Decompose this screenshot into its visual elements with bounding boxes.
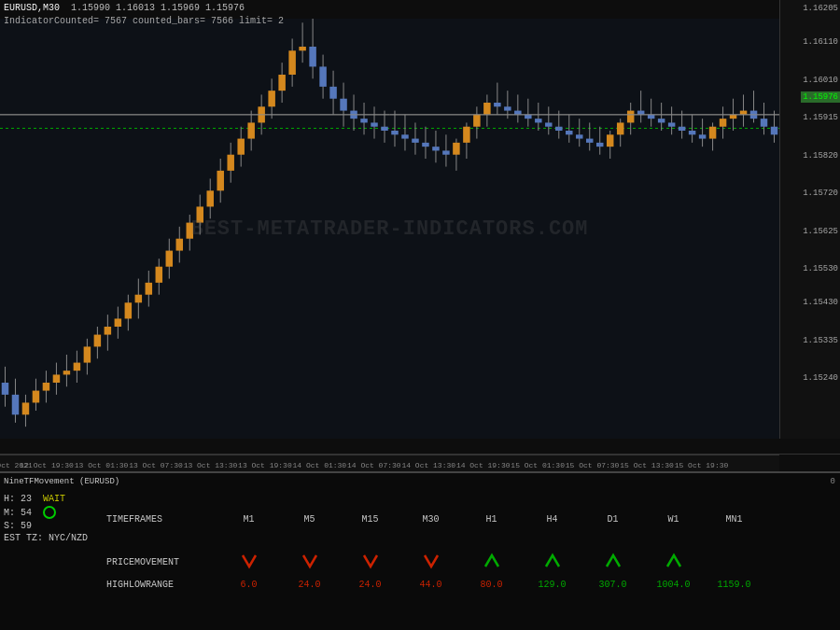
est-tz: EST TZ: NYC/NZD (4, 533, 106, 543)
hlr-value: 129.0 (522, 580, 582, 590)
time-label: 13 Oct 19:30 (238, 461, 292, 469)
highlowrange-label: HIGHLOWRANGE (106, 580, 218, 590)
price-label: 1.16205 (803, 4, 838, 13)
s-label: S: 59 (4, 521, 106, 531)
pm-values (218, 551, 704, 574)
time-label: 14 Oct 07:30 (347, 461, 401, 469)
time-axis: 12 Oct 202112 Oct 19:3013 Oct 01:3013 Oc… (0, 455, 779, 471)
pm-arrow (643, 551, 704, 574)
time-label: 12 Oct 19:30 (20, 461, 74, 469)
price-info: 1.15990 1.16013 1.15969 1.15976 (71, 3, 245, 13)
indicator-content: H: 23 WAIT M: 54 S: 59 EST TZ: NYC/NZD T… (4, 494, 816, 595)
pricemovement-label: PRICEMOVEMENT (106, 557, 218, 567)
timeframes-label: TIMEFRAMES (106, 514, 218, 525)
tf-header-item: W1 (643, 514, 704, 525)
tf-header-item: MN1 (704, 514, 764, 525)
time-label: 14 Oct 13:30 (401, 461, 455, 469)
hlr-value: 44.0 (400, 580, 461, 590)
price-label: 1.15915 (803, 113, 838, 122)
pm-arrow (279, 551, 340, 574)
time-label: 15 Oct 19:30 (675, 461, 729, 469)
price-label: 1.15720 (803, 189, 838, 198)
hlr-values: 6.024.024.044.080.0129.0307.01004.01159.… (218, 580, 764, 590)
pm-arrow (400, 551, 461, 574)
m-label: M: 54 (4, 506, 106, 519)
pm-arrow (461, 551, 522, 574)
price-label: 1.15820 (803, 151, 838, 161)
pm-arrow (218, 551, 279, 574)
tf-header-item: M30 (400, 514, 461, 525)
tf-header-item: H1 (461, 514, 522, 525)
symbol-info: EURUSD,M30 1.15990 1.16013 1.15969 1.159… (4, 2, 284, 15)
indicator-title: NineTFMovement (EURUSD) (4, 477, 119, 486)
tf-header-item: M1 (218, 514, 279, 525)
price-label: 1.15430 (803, 298, 838, 307)
tf-header-item: M15 (340, 514, 400, 525)
tf-headers: M1M5M15M30H1H4D1W1MN1 (218, 514, 764, 525)
time-label: 13 Oct 07:30 (129, 461, 183, 469)
pm-arrow (522, 551, 582, 574)
symbol: EURUSD,M30 (4, 3, 60, 13)
hlr-value: 1004.0 (643, 580, 704, 590)
price-label: 1.15240 (803, 373, 838, 383)
time-label: 15 Oct 13:30 (620, 461, 674, 469)
time-label: 14 Oct 01:30 (293, 461, 347, 469)
tf-header-item: M5 (279, 514, 340, 525)
chart-divider (0, 454, 840, 455)
time-label: 14 Oct 19:30 (456, 461, 511, 469)
highlowrange-row: HIGHLOWRANGE 6.024.024.044.080.0129.0307… (4, 580, 816, 590)
time-label: 13 Oct 13:30 (184, 461, 238, 469)
timeframes-row: H: 23 WAIT M: 54 S: 59 EST TZ: NYC/NZD T… (4, 494, 816, 545)
pm-arrow (340, 551, 400, 574)
status-circle (43, 506, 56, 519)
top-bar: EURUSD,M30 1.15990 1.16013 1.15969 1.159… (4, 2, 284, 28)
time-label: 13 Oct 01:30 (75, 461, 129, 469)
price-label: 1.15335 (803, 336, 838, 345)
indicator-panel: NineTFMovement (EURUSD) 0 H: 23 WAIT M: … (0, 471, 840, 630)
time-label: 15 Oct 07:30 (566, 461, 620, 469)
price-label: 1.16010 (803, 76, 838, 85)
price-label: 1.16110 (803, 37, 838, 47)
tf-header-item: H4 (522, 514, 582, 525)
hlr-value: 307.0 (582, 580, 643, 590)
tf-header-item: D1 (582, 514, 643, 525)
watermark: BEST-METATRADER-INDICATORS.COM (190, 217, 588, 241)
hlr-value: 24.0 (279, 580, 340, 590)
hlr-value: 24.0 (340, 580, 400, 590)
hms-block: H: 23 WAIT M: 54 S: 59 EST TZ: NYC/NZD (4, 494, 106, 545)
hlr-value: 1159.0 (704, 580, 764, 590)
indicator-info: IndicatorCounted= 7567 counted_bars= 756… (4, 15, 284, 28)
hlr-value: 80.0 (461, 580, 522, 590)
current-price-label: 1.15976 (801, 91, 840, 103)
price-label: 1.15530 (803, 264, 838, 273)
main-chart: BEST-METATRADER-INDICATORS.COM (0, 19, 779, 439)
time-label: 15 Oct 01:30 (511, 461, 565, 469)
price-scale: 1.162051.161101.160101.159761.159151.158… (779, 0, 840, 439)
h-label: H: 23 WAIT (4, 494, 106, 504)
indicator-right-label: 0 (831, 477, 835, 486)
price-label: 1.15625 (803, 227, 838, 236)
hlr-value: 6.0 (218, 580, 279, 590)
pricemovement-row: PRICEMOVEMENT (4, 551, 816, 574)
pm-arrow (582, 551, 643, 574)
chart-container: EURUSD,M30 1.15990 1.16013 1.15969 1.159… (0, 0, 840, 630)
